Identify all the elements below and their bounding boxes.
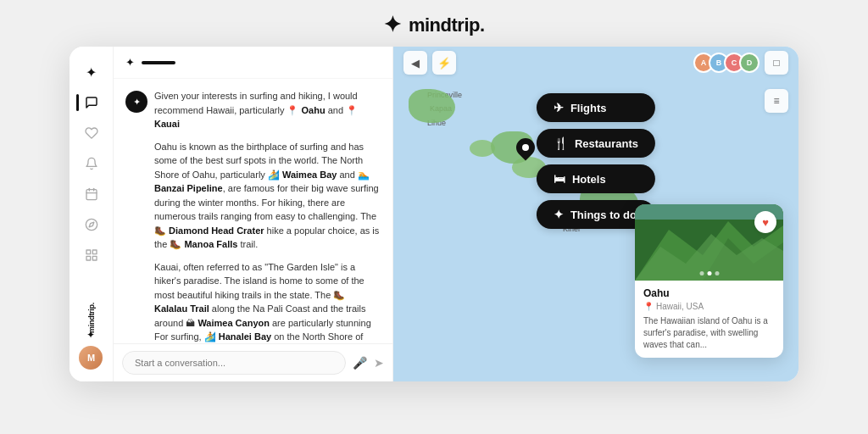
map-controls-right: A B C D □ bbox=[693, 51, 788, 75]
location-card-description: The Hawaiian island of Oahu is a surfer'… bbox=[643, 315, 775, 351]
sidebar-brand-text: mindtrip. bbox=[86, 303, 95, 333]
flights-button[interactable]: ✈ Flights bbox=[537, 93, 655, 122]
chat-panel: ✦ ✦ Given your interests in surfing and … bbox=[114, 47, 393, 381]
map-avatars: A B C D bbox=[693, 53, 760, 73]
hotels-label: Hotels bbox=[572, 173, 606, 186]
chat-input[interactable] bbox=[122, 351, 346, 375]
location-card-image: ♥ bbox=[635, 204, 783, 281]
send-icon[interactable]: ➤ bbox=[374, 356, 384, 370]
island-kauai bbox=[409, 89, 455, 123]
location-card-subtitle: 📍 Hawaii, USA bbox=[643, 302, 775, 311]
message-text: Oahu is known as the birthplace of surfi… bbox=[154, 140, 381, 252]
svg-point-4 bbox=[86, 219, 97, 230]
sidebar-item-chat[interactable] bbox=[78, 89, 105, 116]
brand-spark-icon: ✦ bbox=[383, 12, 402, 38]
chat-header: ✦ bbox=[114, 47, 392, 79]
sidebar-item-add[interactable] bbox=[78, 242, 105, 269]
ai-avatar: ✦ bbox=[125, 91, 147, 113]
svg-rect-6 bbox=[86, 250, 91, 254]
sidebar-item-spark[interactable]: ✦ bbox=[78, 58, 105, 86]
map-controls-left: ◀ ⚡ bbox=[403, 51, 456, 75]
restaurants-label: Restaurants bbox=[575, 137, 638, 150]
hotels-icon: 🛏 bbox=[554, 172, 565, 186]
sidebar-item-bell[interactable] bbox=[78, 150, 105, 177]
map-flash-btn[interactable]: ⚡ bbox=[432, 51, 456, 75]
main-window: ✦ mindtrip. ✦ M bbox=[70, 47, 798, 381]
hotels-button[interactable]: 🛏 Hotels bbox=[537, 164, 655, 193]
sidebar-item-compass[interactable] bbox=[78, 211, 105, 238]
chat-input-area: 🎤 ➤ bbox=[114, 343, 392, 381]
chat-header-spark-icon: ✦ bbox=[125, 56, 135, 69]
map-back-btn[interactable]: ◀ bbox=[403, 51, 427, 75]
sidebar-avatar[interactable]: M bbox=[79, 346, 103, 370]
sidebar-icons: ✦ bbox=[78, 58, 105, 309]
things-icon: ✦ bbox=[554, 208, 564, 221]
map-filter-btn[interactable]: ≡ bbox=[765, 89, 788, 113]
sidebar-item-heart[interactable] bbox=[78, 120, 105, 147]
map-panel: Princeville Kapaa Lihue Lahaina Kihei Ka… bbox=[393, 47, 798, 381]
restaurants-button[interactable]: 🍴 Restaurants bbox=[537, 129, 655, 158]
card-dot-active bbox=[707, 271, 711, 275]
map-share-btn[interactable]: □ bbox=[765, 51, 788, 75]
chat-messages: ✦ Given your interests in surfing and hi… bbox=[114, 79, 392, 343]
chat-header-bar bbox=[142, 61, 175, 64]
message-row: ✦ Given your interests in surfing and hi… bbox=[125, 89, 381, 131]
brand-header: ✦ mindtrip. bbox=[383, 0, 484, 47]
svg-rect-9 bbox=[86, 256, 91, 260]
svg-rect-0 bbox=[86, 190, 97, 200]
message-text: Given your interests in surfing and hiki… bbox=[154, 89, 381, 131]
restaurants-icon: 🍴 bbox=[554, 136, 568, 150]
brand-name: mindtrip. bbox=[409, 14, 485, 36]
card-dot bbox=[699, 271, 704, 275]
location-card: ♥ Oahu 📍 Hawaii, USA The Hawaiian island… bbox=[635, 204, 783, 358]
things-label: Things to do bbox=[570, 209, 637, 221]
location-card-body: Oahu 📍 Hawaii, USA The Hawaiian island o… bbox=[635, 281, 783, 358]
map-pin bbox=[516, 138, 535, 157]
message-text: Kauai, often referred to as "The Garden … bbox=[154, 260, 381, 344]
map-header: ◀ ⚡ A B C D □ bbox=[393, 47, 798, 79]
mic-icon[interactable]: 🎤 bbox=[353, 356, 367, 370]
svg-marker-5 bbox=[89, 222, 94, 227]
map-avatar-4: D bbox=[739, 53, 760, 73]
message-row: Oahu is known as the birthplace of surfi… bbox=[125, 140, 381, 252]
svg-rect-7 bbox=[92, 250, 97, 254]
card-dot bbox=[715, 271, 719, 275]
location-card-heart-btn[interactable]: ♥ bbox=[754, 211, 776, 233]
svg-rect-8 bbox=[92, 256, 97, 260]
message-row: Kauai, often referred to as "The Garden … bbox=[125, 260, 381, 344]
flights-icon: ✈ bbox=[554, 101, 564, 114]
location-card-title: Oahu bbox=[643, 287, 775, 299]
sidebar-bottom: mindtrip. ✦ M bbox=[76, 314, 107, 373]
sidebar: ✦ mindtrip. ✦ M bbox=[70, 47, 114, 381]
card-dots bbox=[699, 271, 719, 275]
flights-label: Flights bbox=[570, 102, 607, 114]
sidebar-item-calendar[interactable] bbox=[78, 181, 105, 208]
location-pin-icon: 📍 bbox=[643, 302, 654, 311]
